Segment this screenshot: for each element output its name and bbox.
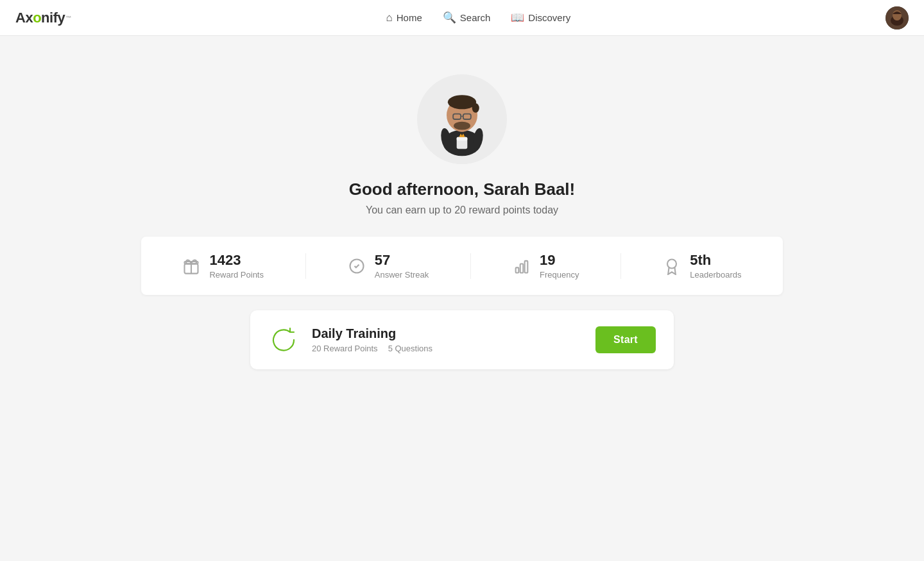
start-button[interactable]: Start (595, 326, 656, 353)
svg-rect-23 (525, 261, 528, 273)
main-nav: ⌂ Home 🔍 Search 📖 Discovery (386, 12, 571, 23)
stat-divider-2 (470, 253, 471, 279)
answer-streak-value: 57 (375, 252, 429, 269)
nav-discovery-label: Discovery (528, 12, 570, 23)
training-meta: 20 Reward Points 5 Questions (312, 344, 432, 353)
training-info: Daily Training 20 Reward Points 5 Questi… (312, 326, 432, 353)
main-content: Good afternoon, Sarah Baal! You can earn… (0, 36, 924, 395)
character-avatar (417, 74, 507, 164)
logo: Axonify ™ (15, 10, 71, 26)
frequency-value: 19 (540, 252, 579, 269)
training-card-left: Daily Training 20 Reward Points 5 Questi… (268, 324, 432, 355)
logo-dot: o (33, 10, 41, 26)
character-illustration (427, 81, 497, 158)
stat-divider-3 (620, 253, 621, 279)
stat-divider-1 (305, 253, 306, 279)
stat-leaderboards: 5th Leaderboards (663, 252, 741, 280)
nav-home[interactable]: ⌂ Home (386, 12, 422, 23)
leaderboards-value: 5th (690, 252, 741, 269)
main-header: Axonify ™ ⌂ Home 🔍 Search 📖 Discovery (0, 0, 924, 36)
daily-training-card: Daily Training 20 Reward Points 5 Questi… (250, 310, 674, 369)
book-icon: 📖 (511, 12, 524, 23)
logo-text2: nify (41, 10, 65, 26)
logo-trademark: ™ (65, 15, 71, 21)
svg-point-6 (448, 95, 476, 109)
answer-streak-label: Answer Streak (375, 270, 429, 280)
award-icon (663, 257, 681, 275)
home-icon: ⌂ (386, 12, 393, 23)
training-title: Daily Training (312, 326, 432, 341)
stat-answer-streak: 57 Answer Streak (348, 252, 429, 280)
sub-greeting-text: You can earn up to 20 reward points toda… (366, 205, 558, 216)
avatar-image (886, 6, 909, 29)
svg-rect-21 (516, 267, 519, 272)
bar-chart-icon (513, 257, 531, 275)
svg-rect-22 (520, 264, 524, 272)
svg-point-24 (667, 259, 676, 268)
check-circle-icon (348, 257, 366, 275)
nav-discovery[interactable]: 📖 Discovery (511, 12, 570, 23)
stat-reward-points: 1423 Reward Points (182, 252, 264, 280)
greeting-text: Good afternoon, Sarah Baal! (349, 180, 576, 199)
stat-frequency: 19 Frequency (513, 252, 579, 280)
reward-points-label: Reward Points (209, 270, 264, 280)
nav-search-label: Search (460, 12, 491, 23)
refresh-icon (268, 324, 299, 355)
training-points: 20 Reward Points (312, 344, 378, 353)
training-questions: 5 Questions (388, 344, 432, 353)
svg-rect-13 (457, 137, 468, 141)
answer-streak-info: 57 Answer Streak (375, 252, 429, 280)
nav-home-label: Home (397, 12, 422, 23)
logo-text: Ax (15, 10, 33, 26)
svg-point-11 (454, 122, 470, 130)
reward-points-value: 1423 (209, 252, 264, 269)
leaderboards-label: Leaderboards (690, 270, 741, 280)
reward-points-info: 1423 Reward Points (209, 252, 264, 280)
svg-point-7 (472, 103, 479, 113)
frequency-info: 19 Frequency (540, 252, 579, 280)
frequency-label: Frequency (540, 270, 579, 280)
gift-icon (182, 257, 200, 275)
search-icon: 🔍 (443, 12, 456, 23)
stats-bar: 1423 Reward Points 57 Answer Streak (141, 237, 783, 295)
nav-search[interactable]: 🔍 Search (443, 12, 491, 23)
leaderboards-info: 5th Leaderboards (690, 252, 741, 280)
user-avatar[interactable] (886, 6, 909, 29)
